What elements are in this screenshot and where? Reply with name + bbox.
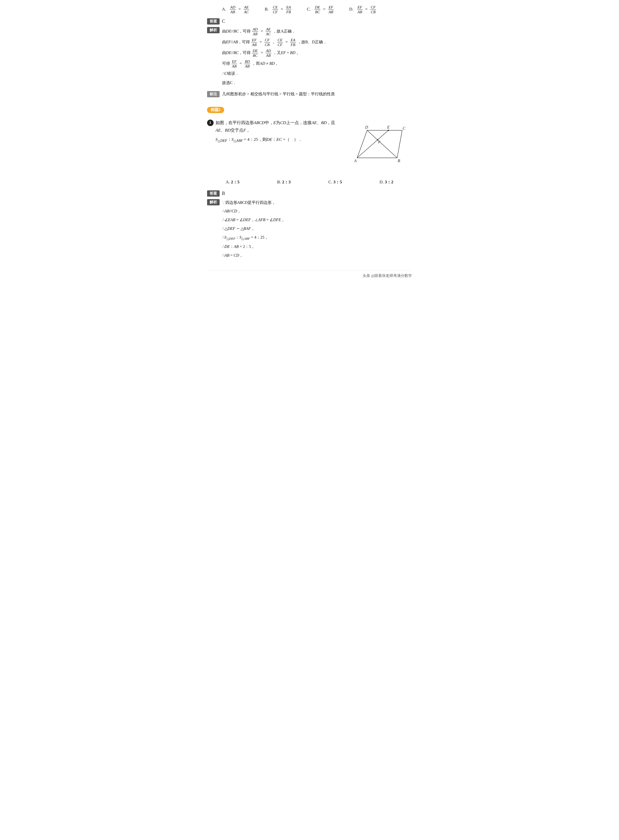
svg-text:F: F bbox=[378, 140, 381, 144]
analysis-row-2: 解析 ∵四边形ABCD是平行四边形， ∴AB//CD， ∴∠EAB = ∠DEF… bbox=[207, 199, 412, 261]
example2-header-container: 例题2 bbox=[207, 102, 412, 117]
answer-badge-1: 答案 bbox=[207, 18, 220, 24]
answer-value-1: C bbox=[222, 19, 225, 24]
analysis-line-5: ∴C错误． bbox=[222, 70, 327, 77]
answer-badge-2: 答案 bbox=[207, 190, 220, 197]
a2-line-3: ∴∠EAB = ∠DEF，∠AFB = ∠DFE， bbox=[222, 217, 285, 224]
option-A: A. ADAB = AEAC bbox=[222, 5, 250, 14]
option-C: C. DEBC = EFAB bbox=[307, 5, 334, 14]
svg-point-10 bbox=[377, 139, 378, 140]
svg-line-2 bbox=[367, 130, 397, 158]
answer-value-2: B bbox=[222, 191, 225, 196]
option-D: D. EFAB = CFCB bbox=[349, 5, 377, 14]
a2-line-7: ∴AB = CD， bbox=[222, 252, 285, 259]
analysis-row-1: 解析 由DE//BC，可得 ADAB = AEAC ，故A正确． 由EF//AB… bbox=[207, 27, 412, 88]
svg-text:D: D bbox=[365, 125, 368, 129]
analysis-line-6: 故选C． bbox=[222, 79, 327, 87]
analysis-line-1: 由DE//BC，可得 ADAB = AEAC ，故A正确． bbox=[222, 27, 327, 36]
option-2C: C. 3：5 bbox=[310, 179, 361, 185]
analysis-content-1: 由DE//BC，可得 ADAB = AEAC ，故A正确． 由EF//AB，可得… bbox=[222, 27, 327, 88]
svg-marker-0 bbox=[357, 130, 402, 158]
analysis-content-2: ∵四边形ABCD是平行四边形， ∴AB//CD， ∴∠EAB = ∠DEF，∠A… bbox=[222, 199, 285, 261]
svg-point-9 bbox=[388, 130, 389, 131]
footer: 头条 @跟着张老师考满分数学 bbox=[207, 271, 412, 278]
analysis-line-3: 由DE//BC，可得 DEBC = ADAB ，又EF = BD， bbox=[222, 49, 327, 58]
top-options-row: A. ADAB = AEAC B. CECF = EAFB C. DEBC = … bbox=[207, 5, 412, 14]
footer-text: 头条 @跟着张老师考满分数学 bbox=[363, 274, 412, 278]
answer-row-2: 答案 B bbox=[207, 190, 412, 197]
example2-badge: 例题2 bbox=[207, 107, 224, 113]
answer-row-1: 答案 C bbox=[207, 18, 412, 24]
svg-text:C: C bbox=[403, 126, 405, 130]
analysis-line-2: 由EF//AB，可得 EFAB = CFCB ， CECF = EAFB ，故B… bbox=[222, 38, 327, 47]
a2-line-6: ∴DE：AB = 2：5， bbox=[222, 243, 285, 250]
option-B: B. CECF = EAFB bbox=[265, 5, 292, 14]
a2-line-2: ∴AB//CD， bbox=[222, 208, 285, 215]
analysis-line-4: 可得 EFAB = BDAB ，而AD ≠ BD， bbox=[222, 59, 327, 69]
label-text: 几何图形初步 > 相交线与平行线 > 平行线 > 题型：平行线的性质 bbox=[222, 91, 335, 97]
svg-line-1 bbox=[357, 130, 389, 158]
analysis-badge-1: 解析 bbox=[207, 27, 220, 33]
a2-line-4: ∴△DEF ∽ △BAF， bbox=[222, 225, 285, 232]
option-2B: B. 2：3 bbox=[259, 179, 310, 185]
problem2-options: A. 2：5 B. 2：3 C. 3：5 D. 3：2 bbox=[207, 179, 412, 185]
a2-line-5: ∴S△DEF：S△ABF = 4：25， bbox=[222, 234, 285, 242]
analysis-badge-2: 解析 bbox=[207, 199, 220, 205]
svg-text:E: E bbox=[387, 125, 390, 129]
problem2-text-row: 1 如图，在平行四边形ABCD中，E为CD上一点，连接AE、BD，且AE、BD交… bbox=[207, 119, 345, 144]
label-badge: 标注 bbox=[207, 91, 220, 97]
svg-text:B: B bbox=[398, 158, 400, 163]
problem2-container: D E C A B F 1 如图，在平行四边形ABCD中，E为CD上一点，连接A… bbox=[207, 119, 412, 187]
label-row-1: 标注 几何图形初步 > 相交线与平行线 > 平行线 > 题型：平行线的性质 bbox=[207, 91, 412, 97]
a2-line-1: ∵四边形ABCD是平行四边形， bbox=[222, 199, 285, 206]
option-2A: A. 2：5 bbox=[207, 179, 259, 185]
svg-text:A: A bbox=[354, 158, 357, 163]
geometry-figure: D E C A B F bbox=[352, 119, 407, 165]
option-2D: D. 3：2 bbox=[361, 179, 412, 185]
problem2-text: 如图，在平行四边形ABCD中，E为CD上一点，连接AE、BD，且AE、BD交于点… bbox=[215, 119, 345, 144]
problem-number-circle: 1 bbox=[207, 120, 214, 126]
